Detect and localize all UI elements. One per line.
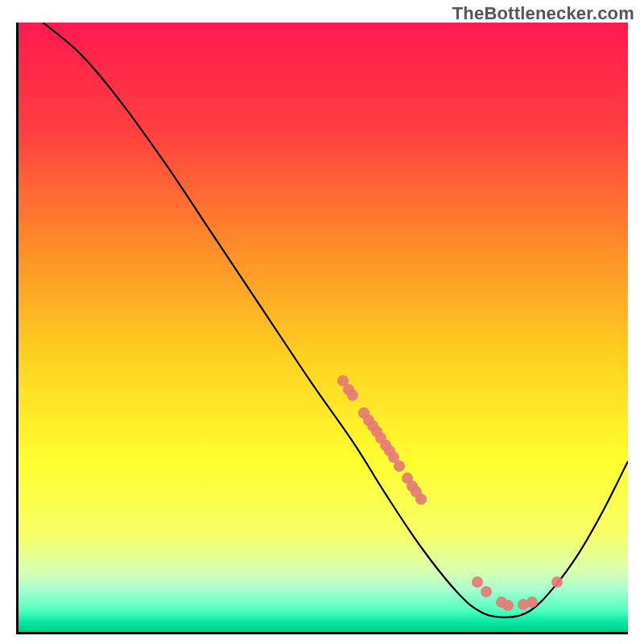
attribution-label: TheBottlenecker.com [452, 3, 634, 24]
chart-plot-area [16, 23, 628, 634]
chart-marker [394, 460, 405, 472]
chart-curve [19, 23, 628, 632]
chart-marker [347, 390, 358, 401]
chart-marker [502, 600, 514, 611]
chart-marker [415, 493, 427, 505]
